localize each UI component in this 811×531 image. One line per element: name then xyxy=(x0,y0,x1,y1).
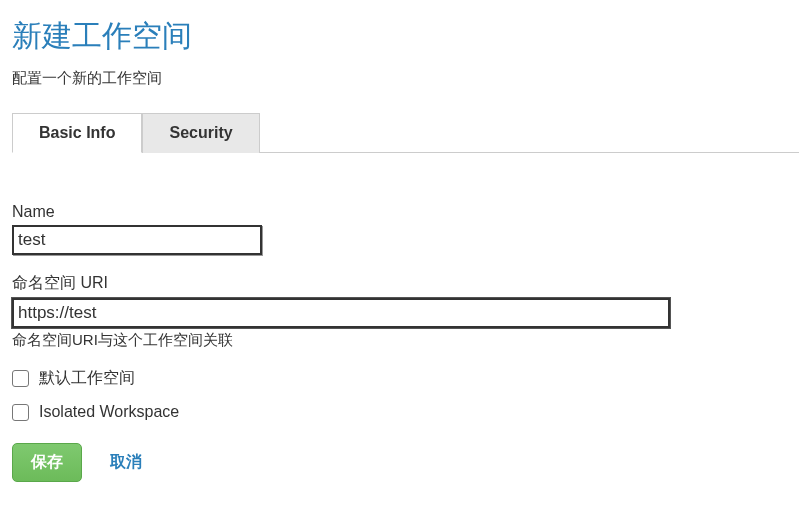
uri-help-text: 命名空间URI与这个工作空间关联 xyxy=(12,331,799,350)
form-group-uri: 命名空间 URI 命名空间URI与这个工作空间关联 xyxy=(12,273,799,350)
default-workspace-label: 默认工作空间 xyxy=(39,368,135,389)
form-group-name: Name xyxy=(12,203,799,255)
name-label: Name xyxy=(12,203,799,221)
isolated-workspace-checkbox[interactable] xyxy=(12,404,29,421)
uri-input[interactable] xyxy=(12,298,670,328)
button-row: 保存 取消 xyxy=(12,443,799,482)
cancel-button[interactable]: 取消 xyxy=(110,452,142,473)
tab-security[interactable]: Security xyxy=(142,113,259,153)
checkbox-row-default: 默认工作空间 xyxy=(12,368,799,389)
page-subtitle: 配置一个新的工作空间 xyxy=(12,69,799,88)
tab-basic-info[interactable]: Basic Info xyxy=(12,113,142,153)
tabs-container: Basic Info Security xyxy=(12,112,799,153)
isolated-workspace-label: Isolated Workspace xyxy=(39,403,179,421)
uri-label: 命名空间 URI xyxy=(12,273,799,294)
save-button[interactable]: 保存 xyxy=(12,443,82,482)
checkbox-row-isolated: Isolated Workspace xyxy=(12,403,799,421)
default-workspace-checkbox[interactable] xyxy=(12,370,29,387)
name-input[interactable] xyxy=(12,225,262,255)
page-title: 新建工作空间 xyxy=(12,16,799,57)
